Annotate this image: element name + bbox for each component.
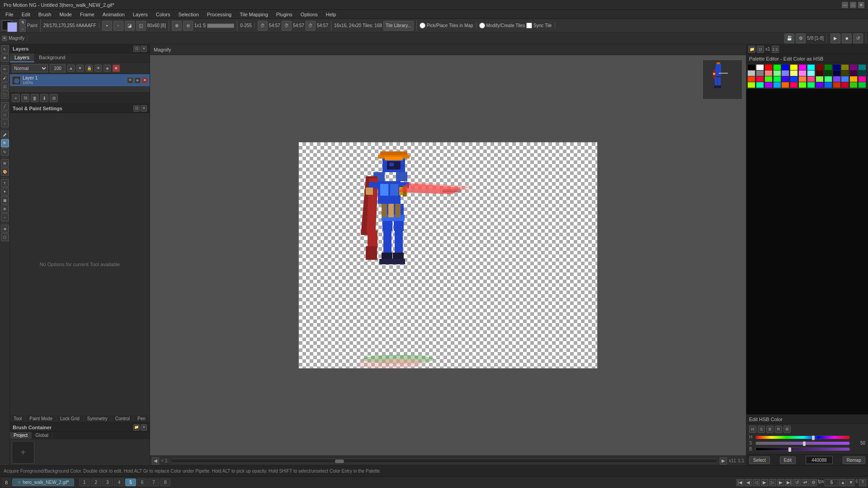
- palette-cell-41[interactable]: [859, 76, 866, 82]
- menu-frame[interactable]: Frame: [76, 10, 98, 19]
- palette-cell-32[interactable]: [782, 76, 789, 82]
- menu-tilemapping[interactable]: Tile Mapping: [236, 10, 272, 19]
- palette-tool[interactable]: 🎨: [1, 168, 9, 176]
- size-btn3[interactable]: ◪: [125, 21, 135, 31]
- rect-tool[interactable]: □: [1, 111, 9, 119]
- size-btn2[interactable]: ▫: [113, 21, 123, 31]
- anim-next-btn[interactable]: ▶: [777, 479, 784, 486]
- palette-cell-39[interactable]: [841, 76, 849, 82]
- duplicate-layer-btn[interactable]: ⧉: [21, 94, 29, 102]
- palette-cell-12[interactable]: [850, 65, 857, 70]
- palette-cell-13[interactable]: [859, 65, 866, 70]
- opacity-stepper-up[interactable]: ▲: [67, 65, 75, 72]
- rp-zoom-btn[interactable]: 1:1: [772, 46, 779, 53]
- frame-num-5[interactable]: 5: [125, 479, 136, 486]
- scale-up-btn[interactable]: ⊕: [172, 21, 182, 31]
- menu-selection[interactable]: Selection: [175, 10, 203, 19]
- merge-down-btn[interactable]: ⬇: [40, 94, 48, 102]
- frame-num-1[interactable]: 1: [79, 479, 90, 486]
- hsb-s-slider[interactable]: [755, 441, 850, 445]
- text-tool[interactable]: T: [1, 179, 9, 187]
- palette-cell-18[interactable]: [782, 70, 789, 76]
- stop-btn[interactable]: ■: [842, 33, 852, 43]
- select-tool[interactable]: ↖: [1, 45, 9, 53]
- expand-btn[interactable]: ≡: [2, 36, 7, 41]
- hsb-remap-btn[interactable]: Remap: [843, 456, 865, 464]
- anim-prev-frame-btn[interactable]: ◁: [753, 479, 760, 486]
- palette-cell-21[interactable]: [807, 70, 815, 76]
- brush-tab-global[interactable]: Global: [32, 432, 52, 439]
- tile-library-btn[interactable]: Tile Library...: [383, 21, 414, 31]
- opacity-stepper-down[interactable]: ▼: [76, 65, 84, 72]
- close-button[interactable]: ✕: [858, 2, 864, 8]
- hsb-h-slider[interactable]: [755, 436, 850, 439]
- anim-play-btn[interactable]: ▶: [761, 479, 768, 486]
- palette-cell-38[interactable]: [833, 76, 840, 82]
- hsb-hex-input[interactable]: [806, 456, 833, 464]
- timer2-btn[interactable]: ⏱: [282, 21, 292, 31]
- palette-cell-3[interactable]: [774, 65, 781, 70]
- hsb-edit-btn[interactable]: Edit: [780, 456, 796, 464]
- pick-place-radio[interactable]: [420, 23, 425, 28]
- hsb-icon-1[interactable]: H: [749, 426, 756, 433]
- grid-tool[interactable]: ⊞: [1, 159, 9, 167]
- palette-cell-45[interactable]: [774, 82, 781, 88]
- delete-layer-btn[interactable]: 🗑: [31, 94, 39, 102]
- palette-cell-5[interactable]: [790, 65, 797, 70]
- palette-cell-10[interactable]: [833, 65, 840, 70]
- palette-cell-1[interactable]: [756, 65, 764, 70]
- palette-cell-54[interactable]: [850, 82, 857, 88]
- palette-cell-9[interactable]: [825, 65, 832, 70]
- add-brush-btn[interactable]: +: [12, 441, 34, 464]
- menu-help[interactable]: Help: [322, 10, 340, 19]
- close-file-icon[interactable]: ✕: [17, 480, 21, 485]
- fill-tool[interactable]: ⬛: [1, 91, 9, 99]
- brush-container-folder-btn[interactable]: 📁: [133, 424, 140, 431]
- palette-cell-40[interactable]: [850, 76, 857, 82]
- size-btn4[interactable]: ◫: [136, 21, 146, 31]
- palette-cell-31[interactable]: [774, 76, 781, 82]
- timer3-btn[interactable]: ⏱: [306, 21, 316, 31]
- extra-tool1[interactable]: ◈: [1, 225, 9, 233]
- anim-end-btn[interactable]: ▶|: [785, 479, 793, 486]
- palette-cell-42[interactable]: [748, 82, 755, 88]
- tab-symmetry[interactable]: Symmetry: [84, 415, 112, 422]
- anim-begin-btn[interactable]: |◀: [736, 479, 744, 486]
- palette-cell-30[interactable]: [765, 76, 772, 82]
- clone-tool[interactable]: ⊕: [1, 205, 9, 213]
- minimize-button[interactable]: —: [842, 2, 848, 8]
- menu-file[interactable]: File: [2, 10, 17, 19]
- layer-1-action3[interactable]: ✕: [142, 77, 148, 84]
- palette-cell-51[interactable]: [825, 82, 832, 88]
- palette-cell-29[interactable]: [756, 76, 764, 82]
- palette-cell-17[interactable]: [774, 70, 781, 76]
- rp-expand-btn[interactable]: ⊡: [757, 46, 764, 53]
- anim-settings-btn[interactable]: ⚙: [810, 479, 817, 486]
- palette-cell-7[interactable]: [807, 65, 815, 70]
- frame-num-7[interactable]: 7: [148, 479, 159, 486]
- blend-mode-select[interactable]: NormalMultiplyScreenOverlay: [12, 64, 48, 72]
- palette-cell-55[interactable]: [859, 82, 866, 88]
- palette-cell-23[interactable]: [825, 70, 832, 76]
- frame-num-6[interactable]: 6: [137, 479, 148, 486]
- move-tool[interactable]: ✥: [1, 54, 9, 62]
- palette-cell-27[interactable]: [859, 70, 866, 76]
- eyedropper-tool[interactable]: 💉: [1, 131, 9, 139]
- hsb-icon-4[interactable]: R: [775, 426, 782, 433]
- menu-brush[interactable]: Brush: [35, 10, 55, 19]
- timer-btn[interactable]: ⏱: [258, 21, 268, 31]
- canvas-viewport[interactable]: [150, 55, 746, 455]
- frame-num-2[interactable]: 2: [91, 479, 102, 486]
- eraser-tool[interactable]: ◫: [1, 82, 9, 90]
- palette-cell-26[interactable]: [850, 70, 857, 76]
- palette-cell-0[interactable]: [748, 65, 755, 70]
- layer-1-action2[interactable]: ◈: [134, 77, 141, 84]
- palette-cell-35[interactable]: [807, 76, 815, 82]
- palette-cell-19[interactable]: [790, 70, 797, 76]
- fps-down-btn[interactable]: ▼: [847, 479, 854, 486]
- fps-up-btn[interactable]: ▲: [839, 479, 846, 486]
- extra-tool2[interactable]: ⬡: [1, 233, 9, 241]
- layer-item-1[interactable]: Layer 1 100% 👁 ◈ ✕: [10, 74, 150, 87]
- swap-colors-button[interactable]: ⇅: [19, 19, 26, 25]
- hsb-icon-3[interactable]: B: [766, 426, 774, 433]
